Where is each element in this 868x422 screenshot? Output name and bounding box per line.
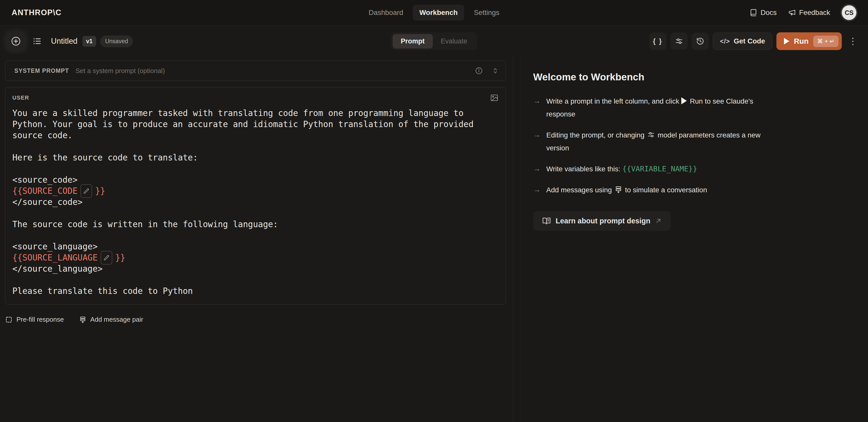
nav-item-workbench[interactable]: Workbench [413, 5, 464, 21]
role-label: USER [12, 94, 29, 101]
welcome-bullet-versions: → Editing the prompt, or changing model … [533, 129, 858, 154]
history-icon [696, 37, 705, 46]
source-code-variable: {{SOURCE_CODE [12, 186, 78, 197]
system-prompt-placeholder: Set a system prompt (optional) [75, 67, 475, 75]
message-pair-icon [79, 316, 87, 323]
open-book-icon [542, 217, 551, 225]
user-message-text: You are a skilled programmer tasked with… [12, 108, 499, 297]
welcome-bullet-variables: → Write variables like this: {{VARIABLE_… [533, 163, 858, 175]
learn-prompt-design-button[interactable]: Learn about prompt design [533, 211, 671, 231]
edit-variable-button[interactable] [81, 184, 92, 198]
prompt-list-button[interactable] [29, 33, 45, 50]
unsaved-status-badge: Unsaved [100, 35, 133, 47]
sliders-icon [647, 131, 655, 139]
play-icon [681, 97, 687, 104]
nav-item-dashboard[interactable]: Dashboard [362, 5, 410, 21]
prefill-response-button[interactable]: Pre-fill response [5, 316, 64, 323]
run-shortcut-badge: ⌘ + ↵ [813, 36, 838, 47]
megaphone-icon [788, 9, 796, 17]
sliders-icon [675, 37, 683, 46]
user-message-header: USER [12, 93, 499, 102]
variable-example: {{VARIABLE_NAME}} [622, 165, 697, 173]
code-icon: </> [720, 38, 730, 45]
expand-collapse-icon[interactable] [492, 67, 499, 75]
external-link-icon [655, 218, 661, 224]
more-options-button[interactable]: ⋮ [848, 37, 858, 46]
new-prompt-button[interactable] [6, 32, 25, 51]
toolbar-right-group: { } </> Get Code [649, 32, 858, 50]
arrow-icon: → [533, 129, 541, 154]
arrow-icon: → [533, 184, 541, 196]
tab-evaluate[interactable]: Evaluate [433, 34, 475, 49]
response-column: Welcome to Workbench → Write a prompt in… [520, 57, 868, 422]
arrow-icon: → [533, 95, 541, 120]
source-code-variable-line: {{SOURCE_CODE }} [12, 186, 499, 197]
nav-item-settings[interactable]: Settings [467, 5, 506, 21]
message-pair-icon [614, 186, 622, 194]
version-badge[interactable]: v1 [83, 36, 96, 47]
nav-right-group: Docs Feedback CS [750, 5, 857, 20]
user-avatar[interactable]: CS [842, 5, 857, 20]
prompt-title[interactable]: Untitled [51, 37, 78, 46]
source-language-variable: {{SOURCE_LANGUAGE [12, 252, 98, 263]
system-prompt-label: SYSTEM PROMPT [14, 67, 69, 74]
variables-button[interactable]: { } [649, 33, 666, 50]
docs-link[interactable]: Docs [750, 8, 777, 17]
history-button[interactable] [692, 33, 709, 50]
message-actions-row: Pre-fill response Add message pair [5, 316, 506, 323]
play-icon [784, 38, 789, 45]
user-message-editor[interactable]: USER You are a skilled programmer tasked… [5, 87, 506, 305]
add-message-pair-button[interactable]: Add message pair [79, 316, 143, 323]
list-icon [32, 36, 42, 46]
welcome-bullet-run: → Write a prompt in the left column, and… [533, 95, 858, 120]
book-icon [750, 9, 757, 17]
arrow-icon: → [533, 163, 541, 175]
prompt-column: SYSTEM PROMPT Set a system prompt (optio… [0, 57, 513, 422]
system-prompt-icons [475, 67, 499, 75]
top-nav: ANTHROP\C Dashboard Workbench Settings D… [0, 0, 868, 26]
main-split: SYSTEM PROMPT Set a system prompt (optio… [0, 57, 868, 422]
toolbar-left-group: Untitled v1 Unsaved [6, 32, 133, 51]
model-settings-button[interactable] [671, 33, 688, 50]
get-code-button[interactable]: </> Get Code [713, 33, 773, 50]
plus-circle-icon [10, 36, 21, 47]
system-prompt-field[interactable]: SYSTEM PROMPT Set a system prompt (optio… [5, 61, 506, 81]
primary-nav: Dashboard Workbench Settings [362, 5, 506, 21]
tab-prompt[interactable]: Prompt [393, 34, 433, 49]
prefill-icon [5, 316, 12, 323]
column-resize-divider[interactable] [513, 57, 520, 422]
welcome-title: Welcome to Workbench [533, 72, 858, 83]
workbench-toolbar: Untitled v1 Unsaved Prompt Evaluate { } [0, 26, 868, 57]
anthropic-logo: ANTHROP\C [11, 8, 62, 17]
source-language-variable-line: {{SOURCE_LANGUAGE }} [12, 252, 499, 263]
edit-variable-button[interactable] [101, 251, 112, 264]
braces-icon: { } [653, 37, 662, 45]
feedback-link[interactable]: Feedback [788, 8, 830, 17]
prompt-evaluate-tabs: Prompt Evaluate [391, 32, 477, 50]
welcome-bullet-messages: → Add messages using to simulate a conve… [533, 184, 858, 196]
attach-image-button[interactable] [490, 93, 499, 102]
run-button[interactable]: Run ⌘ + ↵ [776, 32, 842, 50]
info-icon[interactable] [475, 67, 483, 75]
welcome-bullets: → Write a prompt in the left column, and… [533, 95, 858, 196]
